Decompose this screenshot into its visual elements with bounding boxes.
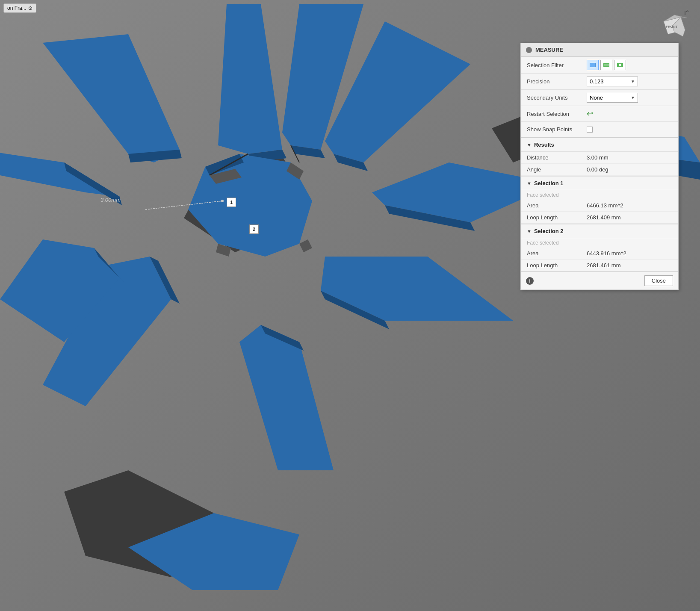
close-button[interactable]: Close (644, 275, 673, 286)
show-snap-points-row: Show Snap Points (521, 122, 678, 137)
precision-value: 0.123 (590, 78, 604, 85)
angle-label: Angle (527, 166, 587, 173)
snap-points-checkbox[interactable] (587, 127, 593, 133)
selection1-area-label: Area (527, 202, 587, 209)
selection-marker-1: 1 (227, 198, 236, 207)
selection2-expand-arrow: ▼ (527, 229, 532, 234)
secondary-units-dropdown[interactable]: None ▼ (587, 93, 638, 103)
precision-dropdown[interactable]: 0.123 ▼ (587, 77, 638, 86)
precision-label: Precision (527, 78, 587, 85)
vertex-filter-button[interactable] (614, 60, 626, 70)
selection2-loop-row: Loop Length 2681.461 mm (521, 260, 678, 272)
results-section-header[interactable]: ▼ Results (521, 138, 678, 152)
secondary-units-dropdown-arrow: ▼ (631, 95, 635, 100)
selection2-area-value: 6443.916 mm^2 (587, 250, 626, 257)
svg-point-36 (221, 200, 224, 202)
filter-icons-group (587, 60, 626, 70)
selection2-area-row: Area 6443.916 mm^2 (521, 248, 678, 260)
selection1-expand-arrow: ▼ (527, 181, 532, 186)
face-filter-button[interactable] (587, 60, 599, 70)
selection2-area-label: Area (527, 250, 587, 257)
panel-close-dot[interactable] (526, 47, 532, 53)
restart-selection-button[interactable]: ↩ (587, 109, 593, 118)
results-section-title: Results (534, 142, 554, 148)
panel-footer: i Close (521, 272, 678, 289)
selection1-loop-row: Loop Length 2681.409 mm (521, 212, 678, 224)
edge-filter-button[interactable] (600, 60, 612, 70)
selection1-subtitle: Face selected (521, 190, 678, 200)
selection2-section-header[interactable]: ▼ Selection 2 (521, 224, 678, 238)
selection1-area-value: 6466.13 mm^2 (587, 202, 623, 209)
restart-icon: ↩ (587, 109, 593, 118)
selection2-loop-label: Loop Length (527, 262, 587, 269)
precision-row: Precision 0.123 ▼ (521, 74, 678, 90)
angle-value: 0.00 deg (587, 166, 608, 173)
selection-filter-label: Selection Filter (527, 62, 587, 68)
restart-selection-label: Restart Selection (527, 111, 587, 117)
svg-text:FRONT: FRONT (666, 25, 678, 29)
show-snap-points-label: Show Snap Points (527, 126, 587, 133)
top-toolbar: on Fra... ⊙ (3, 3, 36, 13)
selection-filter-row: Selection Filter (521, 57, 678, 74)
svg-text:Z-: Z- (686, 9, 689, 13)
frame-label: on Fra... (7, 5, 27, 11)
svg-rect-44 (590, 63, 595, 67)
selection2-subtitle: Face selected (521, 238, 678, 248)
panel-title: MEASURE (535, 47, 563, 53)
distance-value: 3.00 mm (587, 154, 608, 161)
frame-button[interactable]: on Fra... ⊙ (3, 3, 36, 13)
svg-point-48 (619, 64, 621, 66)
panel-header: MEASURE (521, 43, 678, 57)
precision-dropdown-arrow: ▼ (631, 79, 635, 84)
secondary-units-row: Secondary Units None ▼ (521, 90, 678, 106)
measurement-line (103, 188, 231, 231)
distance-label: Distance (527, 154, 587, 161)
restart-selection-row: Restart Selection ↩ (521, 106, 678, 122)
info-icon[interactable]: i (526, 277, 534, 285)
selection1-loop-label: Loop Length (527, 214, 587, 221)
selection1-section-header[interactable]: ▼ Selection 1 (521, 176, 678, 190)
selection1-section-title: Selection 1 (534, 180, 564, 186)
svg-line-35 (145, 201, 222, 210)
radio-icon: ⊙ (28, 5, 32, 11)
secondary-units-label: Secondary Units (527, 94, 587, 101)
distance-row: Distance 3.00 mm (521, 152, 678, 164)
secondary-units-value: None (590, 94, 603, 101)
selection1-area-row: Area 6466.13 mm^2 (521, 200, 678, 212)
selection2-section-title: Selection 2 (534, 228, 564, 234)
view-cube[interactable]: FRONT Z- (657, 9, 691, 43)
results-expand-arrow: ▼ (527, 142, 532, 148)
selection1-loop-value: 2681.409 mm (587, 214, 621, 221)
measure-panel: MEASURE Selection Filter (520, 43, 679, 290)
selection-marker-2: 2 (249, 224, 259, 234)
selection2-loop-value: 2681.461 mm (587, 262, 621, 269)
panel-body: Selection Filter (521, 57, 678, 272)
angle-row: Angle 0.00 deg (521, 164, 678, 176)
